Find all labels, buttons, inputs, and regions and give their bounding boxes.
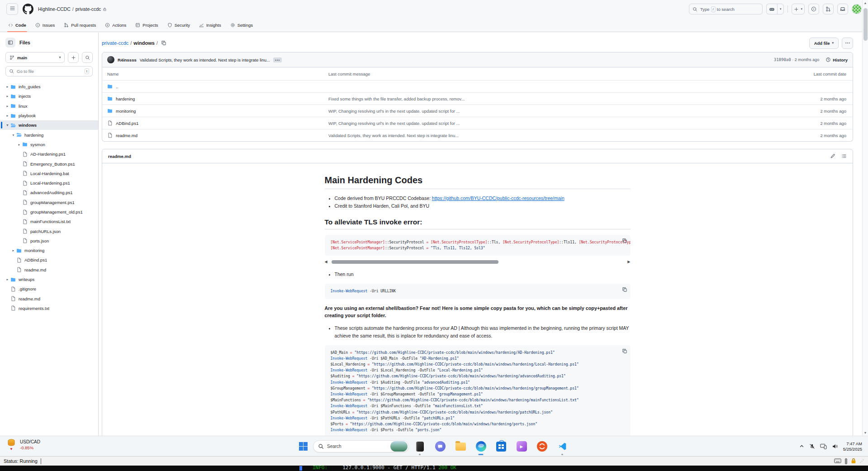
github-logo-icon[interactable] — [23, 4, 33, 14]
scrollbar-up-arrow[interactable]: ▲ — [863, 1, 868, 5]
tree-item-patchURLs.json[interactable]: patchURLs.json — [0, 226, 98, 236]
code-block-tls[interactable]: [Net.ServicePointManager]::SecurityProto… — [325, 235, 631, 256]
scroll-left-arrow[interactable]: ◀ — [325, 260, 327, 264]
edge-icon[interactable] — [475, 441, 486, 452]
tab-insights[interactable]: Insights — [194, 18, 226, 32]
breadcrumb-repo-link[interactable]: private-ccdc — [102, 40, 128, 46]
code-horizontal-scrollbar[interactable]: ◀ ▶ — [325, 259, 631, 264]
media-player-icon[interactable]: ▶ — [516, 441, 527, 452]
table-row-hardening[interactable]: hardeningFixed some things with the file… — [102, 92, 853, 105]
tree-item-Local-Hardening.ps1[interactable]: Local-Hardening.ps1 — [0, 178, 98, 188]
tree-item-groupManagement_old.ps1[interactable]: groupManagement_old.ps1 — [0, 207, 98, 217]
volume-icon[interactable] — [832, 443, 838, 449]
commit-message[interactable]: Validated Scripts, they work as intended… — [140, 57, 270, 62]
chevron-down-icon[interactable]: ▾ — [10, 133, 16, 137]
hamburger-menu-button[interactable] — [6, 3, 18, 15]
copilot-button[interactable]: ▾ — [766, 4, 784, 14]
hidden-icons-chevron[interactable] — [799, 444, 804, 449]
copilot-dropdown[interactable]: ▾ — [777, 4, 784, 14]
mic-muted-icon[interactable] — [809, 443, 815, 449]
tree-item-mainFunctionsList.txt[interactable]: mainFunctionsList.txt — [0, 217, 98, 226]
tab-code[interactable]: Code — [4, 18, 31, 32]
outline-icon[interactable] — [841, 153, 847, 159]
codebase-link[interactable]: https://github.com/BYU-CCDC/public-ccdc-… — [432, 195, 564, 201]
edit-readme-icon[interactable] — [830, 153, 835, 159]
table-row-monitoring[interactable]: monitoringWIP, Changing resolving url's … — [102, 105, 853, 117]
vscode-icon[interactable] — [557, 441, 568, 452]
chat-icon[interactable] — [435, 441, 446, 452]
copy-code-button[interactable] — [622, 238, 627, 243]
user-avatar[interactable] — [852, 4, 862, 14]
tree-item-injects[interactable]: ▸injects — [0, 91, 98, 101]
entry-name[interactable]: monitoring — [116, 109, 136, 114]
tree-item-sysmon[interactable]: ▸sysmon — [0, 140, 98, 149]
history-button[interactable]: History — [825, 57, 848, 62]
branch-selector[interactable]: main ▾ — [5, 52, 65, 63]
scroll-right-arrow[interactable]: ▶ — [627, 260, 630, 264]
tree-item-linux[interactable]: ▸linux — [0, 101, 98, 111]
entry-name[interactable]: ADBind.ps1 — [116, 121, 138, 126]
entry-name[interactable]: readme.md — [116, 133, 138, 138]
code-block-scripts[interactable]: $AD_Main = "https://github.com/Highline-… — [325, 345, 631, 438]
taskbar-search[interactable]: Search — [313, 440, 409, 452]
collapse-sidebar-button[interactable] — [5, 38, 15, 48]
entry-commit-message[interactable]: WIP, Changing resolving url's in the nex… — [328, 121, 778, 126]
tree-item-readme.md[interactable]: readme.md — [0, 294, 98, 304]
pull-requests-button[interactable] — [823, 4, 834, 14]
tree-item-ports.json[interactable]: ports.json — [0, 236, 98, 246]
tree-item-Emergency_Button.ps1[interactable]: Emergency_Button.ps1 — [0, 159, 98, 168]
usb-icon[interactable] — [845, 458, 847, 464]
search-files-button[interactable] — [82, 52, 93, 63]
tab-actions[interactable]: Actions — [100, 18, 131, 32]
scrollbar-down-arrow[interactable]: ▼ — [863, 431, 868, 434]
entry-name[interactable]: .. — [116, 84, 118, 89]
tree-item-monitoring[interactable]: ▸monitoring — [0, 246, 98, 255]
entry-name[interactable]: hardening — [116, 96, 135, 101]
chevron-right-icon[interactable]: ▸ — [5, 104, 10, 108]
copy-code-button[interactable] — [622, 348, 627, 354]
scrollbar-thumb[interactable] — [863, 8, 868, 41]
start-button[interactable] — [298, 441, 308, 452]
chevron-right-icon[interactable]: ▸ — [5, 94, 10, 98]
code-block-invoke[interactable]: Invoke-WebRequest -Uri URLLINK — [325, 284, 631, 299]
tree-item-hardening[interactable]: ▾hardening — [0, 130, 98, 139]
tab-pull-requests[interactable]: Pull requests — [59, 18, 100, 32]
lock-icon[interactable] — [851, 458, 856, 465]
chevron-right-icon[interactable]: ▸ — [5, 277, 10, 281]
terminal-strip[interactable]: INFO: 127.0.0.1:9000 - GET / HTTP/1.1 20… — [0, 466, 868, 471]
tab-issues[interactable]: Issues — [31, 18, 59, 32]
go-to-file-input[interactable]: Go to file t — [5, 66, 93, 76]
dark-app-icon[interactable] — [414, 441, 425, 452]
repo-link[interactable]: private-ccdc — [76, 6, 101, 12]
microsoft-store-icon[interactable] — [496, 441, 507, 452]
global-search-input[interactable]: Type/to search — [689, 4, 763, 14]
tree-item-.gitignore[interactable]: .gitignore — [0, 284, 98, 294]
keyboard-icon[interactable] — [834, 458, 841, 464]
chevron-right-icon[interactable]: ▸ — [5, 114, 10, 118]
tree-item-requirements.txt[interactable]: requirements.txt — [0, 304, 98, 313]
phone-link-icon[interactable] — [820, 443, 827, 449]
copy-path-button[interactable] — [161, 40, 166, 46]
tab-projects[interactable]: Projects — [131, 18, 162, 32]
tab-security[interactable]: Security — [163, 18, 194, 32]
browser-scrollbar[interactable]: ▲ ▼ — [862, 0, 868, 436]
commit-hash[interactable]: 31890a0 — [774, 57, 791, 62]
scrollbar-thumb[interactable] — [332, 260, 498, 264]
taskbar-clock[interactable]: 7:47 AM 5/25/2025 — [843, 441, 862, 452]
chevron-right-icon[interactable]: ▸ — [5, 85, 10, 89]
commit-author-avatar[interactable] — [107, 56, 114, 63]
file-explorer-icon[interactable] — [455, 441, 466, 452]
tree-item-Local-Hardening.bat[interactable]: Local-Hardening.bat — [0, 169, 98, 178]
ubuntu-icon[interactable] — [536, 441, 547, 452]
more-options-button[interactable] — [842, 38, 853, 49]
tree-item-info_guides[interactable]: ▸info_guides — [0, 82, 98, 91]
new-file-button[interactable] — [68, 52, 79, 63]
table-row-..[interactable]: .. — [102, 80, 853, 92]
issues-button[interactable] — [808, 4, 819, 14]
resize-grip[interactable]: ⋰ — [860, 459, 864, 463]
tree-item-windows[interactable]: ▾windows — [0, 120, 98, 130]
entry-commit-message[interactable]: Validated Scripts, they work as intended… — [328, 133, 778, 138]
inbox-button[interactable] — [837, 4, 848, 14]
org-link[interactable]: Highline-CCDC — [38, 6, 71, 12]
add-file-button[interactable]: Add file▾ — [809, 38, 839, 49]
